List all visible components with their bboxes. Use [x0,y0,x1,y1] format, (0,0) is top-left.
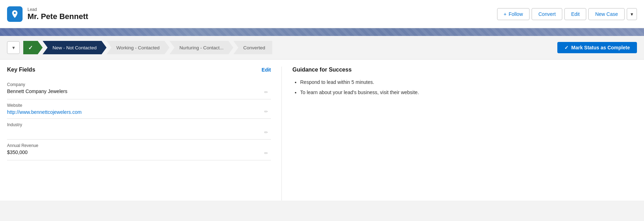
status-bar: ▾ ✓ New - Not Contacted Working - Contac… [0,36,644,60]
status-dropdown-button[interactable]: ▾ [7,41,20,54]
step-new-not-contacted[interactable]: New - Not Contacted [43,41,106,54]
industry-edit-icon[interactable]: ✏ [264,130,268,135]
header-actions: + Follow Convert Edit New Case ▾ [497,8,637,20]
step-inactive-label-1: Working - Contacted [116,45,160,50]
step-last-label: Converted [243,45,265,50]
website-edit-icon[interactable]: ✏ [264,109,268,114]
object-type-label: Lead [27,7,88,12]
step-active-label: New - Not Contacted [52,45,97,50]
status-steps: ✓ New - Not Contacted Working - Contacte… [23,41,550,54]
header-left: Lead Mr. Pete Bennett [7,6,88,22]
step-completed[interactable]: ✓ [23,41,43,54]
convert-label: Convert [538,11,556,17]
new-case-button[interactable]: New Case [588,8,625,20]
header-title-group: Lead Mr. Pete Bennett [27,7,88,21]
website-value[interactable]: http://www.bennettcojewelers.com [7,109,82,115]
guidance-item-1: Respond to lead within 5 minutes. [300,79,637,86]
step-nurturing-contact[interactable]: Nurturing - Contact... [169,41,233,54]
chevron-down-icon: ▾ [12,45,15,50]
key-fields-header: Key Fields Edit [7,67,271,73]
follow-button[interactable]: + Follow [497,8,530,20]
website-label: Website [7,103,271,108]
annual-revenue-field: Annual Revenue $350,000 ✏ [7,140,271,160]
industry-label: Industry [7,122,271,127]
website-field: Website http://www.bennettcojewelers.com… [7,99,271,119]
company-field: Company Bennett Company Jewelers ✏ [7,79,271,99]
guidance-list: Respond to lead within 5 minutes. To lea… [292,79,637,96]
follow-label: Follow [509,11,523,17]
edit-button[interactable]: Edit [564,8,586,20]
annual-revenue-value: $350,000 [7,149,271,156]
decorative-banner [0,28,644,36]
key-fields-title: Key Fields [7,67,35,73]
step-converted[interactable]: Converted [233,41,272,54]
dropdown-chevron-icon: ▾ [631,11,633,17]
convert-button[interactable]: Convert [532,8,562,20]
plus-icon: + [504,11,507,17]
step-inactive-label-2: Nurturing - Contact... [179,45,223,50]
annual-revenue-edit-icon[interactable]: ✏ [264,151,268,156]
mark-complete-label: Mark Status as Complete [571,45,630,50]
more-actions-dropdown[interactable]: ▾ [627,8,637,20]
industry-field: Industry ✏ [7,119,271,140]
mark-status-complete-button[interactable]: ✓ Mark Status as Complete [557,42,637,53]
company-edit-icon[interactable]: ✏ [264,90,268,95]
person-name: Mr. Pete Bennett [27,12,88,21]
main-content: Key Fields Edit Company Bennett Company … [0,60,644,201]
guidance-title: Guidance for Success [292,67,637,73]
key-fields-panel: Key Fields Edit Company Bennett Company … [7,67,282,201]
annual-revenue-label: Annual Revenue [7,143,271,148]
mark-complete-check-icon: ✓ [564,45,569,50]
lead-avatar-icon [7,6,23,22]
industry-value [7,129,271,136]
page-header: Lead Mr. Pete Bennett + Follow Convert E… [0,0,644,28]
new-case-label: New Case [595,11,618,17]
company-value: Bennett Company Jewelers [7,88,271,96]
company-label: Company [7,82,271,87]
guidance-panel: Guidance for Success Respond to lead wit… [282,67,637,201]
check-icon: ✓ [28,44,33,51]
key-fields-edit-link[interactable]: Edit [262,67,271,73]
step-working-contacted[interactable]: Working - Contacted [106,41,169,54]
guidance-item-2: To learn about your lead's business, vis… [300,89,637,96]
edit-label: Edit [571,11,580,17]
